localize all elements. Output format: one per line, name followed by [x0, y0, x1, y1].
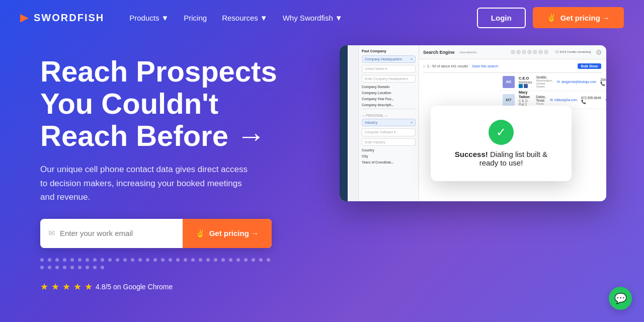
dashboard-mockup: Past Company Company Headquarters× Unite… [340, 45, 606, 201]
logo-text: SWORDFISH [34, 12, 104, 24]
mock-settings-icon: ⚙ [596, 48, 602, 56]
mock-header-bar: Search Engine SwordfishOn ⓘ 4213 Credits… [419, 45, 606, 59]
dot [55, 258, 59, 262]
dot [153, 258, 157, 262]
mock-checkbox-placeholder: □ [423, 64, 425, 68]
mock-filter-input-hq: Enter Company Headquarters [362, 75, 416, 83]
mock-row-initials-1: AK [503, 76, 515, 88]
mock-company-col-1: Seattle, Washington, United States [536, 75, 553, 88]
dot [55, 266, 59, 269]
mock-bulk-show-btn[interactable]: Bulk Show [578, 63, 601, 69]
mock-sidebar-icons [348, 45, 359, 201]
mock-row-city-1: Seattle, [536, 75, 553, 79]
email-icon: ✉ [48, 228, 55, 238]
dot [93, 266, 97, 269]
mock-filter-tag-headquarters: Company Headquarters× [362, 55, 416, 63]
mock-filter-input-software: Computer Software ▾ [362, 128, 416, 136]
mock-icon-7 [544, 50, 548, 54]
mock-swordfish-on: SwordfishOn [460, 51, 477, 54]
login-button[interactable]: Login [477, 8, 526, 28]
mock-phone-icon: 📞 [600, 82, 606, 86]
mock-icon-6 [538, 50, 543, 54]
mock-row-company-1: Balkduka [519, 80, 532, 84]
dot [86, 258, 89, 262]
dot [63, 258, 66, 262]
mock-email-icon: ✉ [550, 98, 553, 102]
mock-icon-1 [511, 50, 515, 54]
dot [131, 258, 134, 262]
mock-phone-col-1: 209.555.8494 📞 [600, 78, 606, 86]
dot [176, 258, 180, 262]
mock-filter-city-label: City [362, 154, 416, 158]
mock-icon-3 [522, 50, 526, 54]
nav-why-swordfish[interactable]: Why Swordfish ▼ [283, 14, 343, 22]
mock-row-name-1: C.E.O [519, 76, 532, 80]
mock-company-col-2: Dallas, Texas Texas [536, 95, 546, 105]
mock-phone-icon-2: 📞 [581, 100, 601, 104]
nav-actions: Login ✌ Get pricing → [477, 7, 624, 28]
navbar: ▶ SWORDFISH Products ▼ Pricing Resources… [0, 0, 644, 35]
mock-show-btn-2[interactable]: Show [605, 98, 606, 102]
mock-filter-years-label: Years of Coordinat... [362, 160, 416, 164]
dot [184, 258, 187, 262]
dot [63, 266, 66, 269]
mock-email-col-1: ✉ aksjpmolojfobukaju.com [557, 80, 596, 84]
mock-filter-year-label: Company Year Fou... [362, 97, 416, 101]
mock-personal-label: — PERSONAL — [362, 114, 416, 117]
dot [138, 258, 142, 262]
dot [48, 258, 51, 262]
nav-resources[interactable]: Resources ▼ [222, 14, 268, 22]
mock-filter-tag-industry: Industry× [362, 119, 416, 126]
success-check-icon: ✓ [489, 120, 514, 145]
mock-social-icons-1 [519, 84, 532, 88]
dot [146, 258, 149, 262]
dot [116, 258, 119, 262]
mock-icon-5 [533, 50, 537, 54]
dot [78, 266, 82, 269]
star-2: ★ [51, 281, 59, 292]
dot [236, 258, 240, 262]
mock-results-count: 1 - 50 of about 441 results [427, 64, 468, 68]
logo[interactable]: ▶ SWORDFISH [20, 11, 104, 24]
dot [48, 266, 51, 269]
dot [214, 258, 217, 262]
mock-email-icon: ✉ [557, 80, 560, 84]
mock-filter-location-label: Company Location [362, 91, 416, 95]
chat-icon: 💬 [614, 292, 627, 304]
nav-pricing[interactable]: Pricing [184, 14, 207, 22]
dot [206, 258, 210, 262]
mock-filter-input-industry: Enter Industry [362, 138, 416, 146]
success-message: Success! Dialing list built & ready to u… [451, 150, 551, 167]
get-pricing-nav-button[interactable]: ✌ Get pricing → [533, 7, 624, 28]
star-4: ★ [73, 281, 82, 292]
hand-icon: ✌ [196, 229, 205, 238]
chevron-down-icon: ▼ [260, 14, 268, 22]
star-1: ★ [40, 281, 48, 292]
get-pricing-form-button[interactable]: ✌ Get pricing → [183, 219, 272, 248]
dot [86, 266, 89, 269]
dot [70, 266, 74, 269]
chat-bubble[interactable]: 💬 [609, 287, 632, 310]
star-5: ★ [85, 281, 93, 292]
mock-search-engine-title: Search Engine [423, 50, 455, 55]
dot [221, 258, 225, 262]
mock-icon-4 [527, 50, 532, 54]
email-input[interactable] [60, 229, 175, 237]
mock-row-title-2: C.E.O. [519, 99, 532, 103]
dot [108, 258, 112, 262]
mock-table-row: AK C.E.O Balkduka Seattle, Washington, [499, 73, 606, 91]
mock-divider [362, 109, 416, 112]
dot [123, 258, 127, 262]
mock-save-search: Save this search [472, 64, 498, 68]
hero-left: Reach Prospects You Couldn't Reach Befor… [40, 45, 322, 292]
mock-filter-panel: Past Company Company Headquarters× Unite… [359, 45, 419, 201]
mock-filter-country-label: Country [362, 148, 416, 152]
dot [229, 258, 232, 262]
hand-icon: ✌ [547, 13, 556, 22]
dots-decoration [40, 258, 272, 269]
star-3: ★ [62, 281, 70, 292]
nav-links: Products ▼ Pricing Resources ▼ Why Sword… [129, 14, 477, 22]
dot [252, 258, 255, 262]
nav-products[interactable]: Products ▼ [129, 14, 169, 22]
chevron-down-icon: ▼ [335, 14, 343, 22]
